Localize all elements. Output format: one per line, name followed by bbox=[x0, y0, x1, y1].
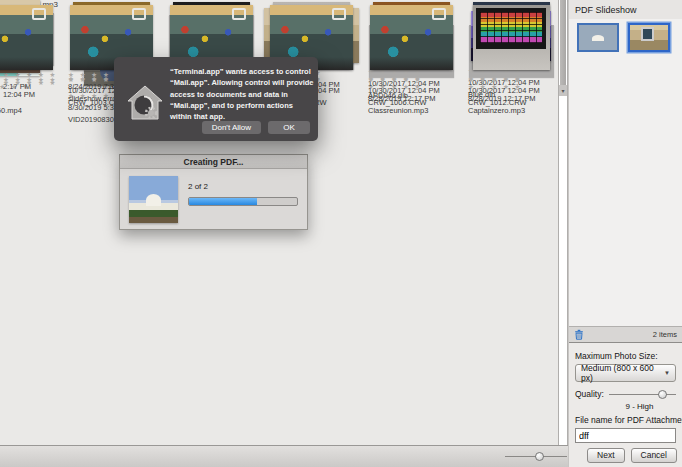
items-count: 2 items bbox=[653, 330, 677, 339]
creating-pdf-dialog: Creating PDF... 2 of 2 bbox=[119, 154, 308, 230]
cancel-button[interactable]: Cancel bbox=[631, 448, 677, 463]
pdf-progress-bar bbox=[188, 197, 298, 206]
slideshow-thumbnail-area bbox=[569, 67, 682, 326]
permission-message: “Terminal.app” wants access to control “… bbox=[170, 66, 314, 122]
stars-row: ★ ★ ★ ★ ★ bbox=[368, 76, 454, 84]
pdf-filename-input[interactable] bbox=[575, 428, 676, 443]
panel-title: PDF Slideshow bbox=[569, 0, 682, 19]
quality-value: 9 - High bbox=[575, 402, 676, 411]
items-bar: 2 items bbox=[569, 326, 682, 343]
item-filename: Classreunion.mp3 bbox=[368, 106, 454, 115]
item-filename: Captainzero.mp3 bbox=[468, 106, 554, 115]
next-button[interactable]: Next bbox=[587, 448, 624, 463]
scrollbar-thumb[interactable] bbox=[560, 0, 566, 85]
star-rating[interactable]: ★ ★ ★ ★ ★ bbox=[368, 76, 422, 84]
item-filename: CRW_1006.CRW bbox=[368, 98, 454, 107]
pdf-progress-fill bbox=[189, 198, 257, 205]
dont-allow-button[interactable]: Don't Allow bbox=[202, 121, 261, 134]
permission-dialog: “Terminal.app” wants access to control “… bbox=[114, 57, 318, 141]
pdf-slideshow-panel: PDF Slideshow 2 items Maximum Photo Size… bbox=[568, 0, 682, 467]
pdf-page-preview bbox=[129, 176, 178, 223]
quality-slider-thumb[interactable] bbox=[658, 390, 667, 399]
star-rating[interactable]: ★ ★ ★ ★ ★ bbox=[3, 76, 57, 84]
media-item-image[interactable]: ★ ★ ★ ★ ★ bbox=[461, 0, 558, 84]
media-item-image[interactable]: ★ ★ ★ ★ ★ bbox=[0, 0, 61, 84]
slideshow-thumbnail-taj[interactable] bbox=[577, 23, 619, 52]
item-meta: ★ ★ ★ ★ ★ bbox=[468, 76, 554, 84]
thumbnail-size-thumb[interactable] bbox=[535, 452, 544, 461]
image-thumbnail bbox=[0, 5, 53, 70]
pdf-filename-label: File name for PDF Attachment: bbox=[575, 415, 676, 425]
stars-row: ★ ★ ★ ★ ★ bbox=[468, 76, 554, 84]
ok-button[interactable]: OK bbox=[268, 121, 310, 134]
item-date: 10/30/2017 12:04 PM bbox=[368, 86, 454, 95]
creating-pdf-title: Creating PDF... bbox=[120, 155, 307, 169]
quality-label: Quality: bbox=[575, 389, 604, 399]
scrollbar-down-icon[interactable]: ▾ bbox=[559, 85, 567, 96]
dropdown-arrow-icon: ▼ bbox=[664, 370, 670, 376]
status-bar bbox=[0, 445, 568, 467]
photo-size-value: Medium (800 x 600 px) bbox=[581, 363, 664, 383]
grid-scrollbar[interactable]: ▾ bbox=[558, 0, 568, 445]
media-item-image[interactable]: ★ ★ ★ ★ ★ bbox=[361, 0, 461, 84]
slideshow-thumbnail-desk[interactable] bbox=[628, 23, 670, 52]
quality-slider[interactable] bbox=[609, 389, 676, 399]
thumbnail-size-slider[interactable] bbox=[505, 451, 567, 461]
trash-icon[interactable] bbox=[574, 329, 584, 340]
star-rating[interactable]: ★ ★ ★ ★ ★ bbox=[468, 76, 522, 84]
pdf-options: Maximum Photo Size: Medium (800 x 600 px… bbox=[569, 343, 682, 443]
organizer-window: ▶★ ★ ★ ★ ★1:1004 PM8170250.mp4▶★ ★ ★ ★ ★… bbox=[0, 0, 682, 467]
pdf-progress-count: 2 of 2 bbox=[188, 182, 298, 191]
item-date: 10/30/2017 12:04 PM bbox=[468, 86, 554, 95]
photo-size-select[interactable]: Medium (800 x 600 px) ▼ bbox=[575, 364, 676, 382]
automation-security-icon bbox=[124, 83, 166, 123]
item-meta: ★ ★ ★ ★ ★ bbox=[368, 76, 454, 84]
image-thumbnail bbox=[370, 5, 453, 70]
max-photo-size-label: Maximum Photo Size: bbox=[575, 351, 676, 361]
wizard-buttons: Next Cancel bbox=[569, 443, 682, 467]
item-filename: CRW_1012.CRW bbox=[468, 98, 554, 107]
image-thumbnail bbox=[473, 5, 550, 70]
slideshow-thumbnails bbox=[569, 19, 682, 67]
